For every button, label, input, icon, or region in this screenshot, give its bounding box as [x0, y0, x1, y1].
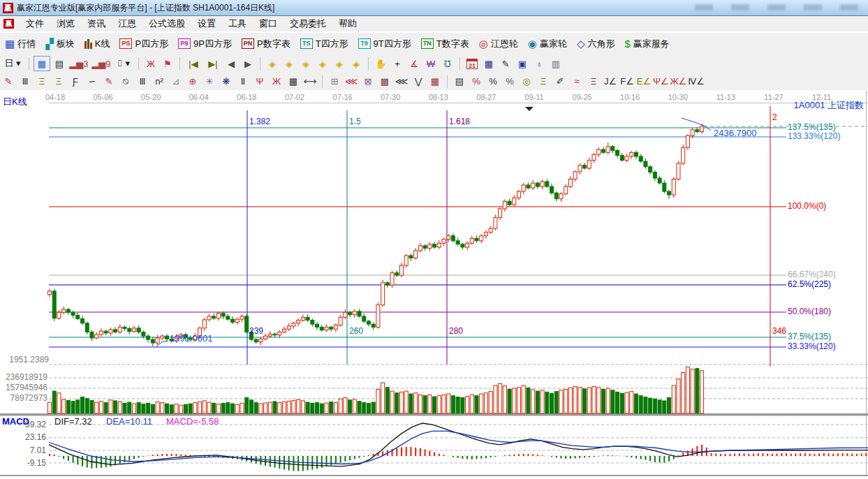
t9-square-button-label: 9T四方形: [374, 38, 411, 50]
menu-item-6[interactable]: 工具: [222, 17, 253, 30]
e-angle-tool[interactable]: E∠: [636, 75, 652, 89]
frame-tool[interactable]: ⊞: [327, 75, 342, 89]
shen-angle-tool[interactable]: Ψ∠: [653, 75, 669, 89]
kline-button[interactable]: K线: [84, 38, 110, 50]
percent-red-tool[interactable]: %: [469, 75, 484, 89]
width-measure-tool[interactable]: ⟷: [302, 75, 318, 89]
candle-style-dropdown[interactable]: ⌷ ▾: [113, 57, 134, 71]
quotes-button[interactable]: ▦行情: [5, 38, 36, 50]
calendar-icon[interactable]: 21: [464, 57, 480, 71]
crosshair-tool-button[interactable]: +: [390, 57, 405, 71]
gold-split2-tool[interactable]: Ξ: [51, 75, 66, 89]
comb-lines-tool[interactable]: Ⅲ: [17, 75, 33, 89]
wave-red-tool[interactable]: ≈: [569, 75, 584, 89]
j-angle-tool[interactable]: J∠: [603, 75, 618, 89]
menu-item-4[interactable]: 公式选股: [142, 17, 191, 30]
menu-item-7[interactable]: 窗口: [253, 17, 284, 30]
menu-item-3[interactable]: 江恩: [112, 17, 142, 30]
winner-service-button[interactable]: $赢家服务: [624, 38, 669, 50]
next-button[interactable]: ▶: [240, 57, 256, 71]
kline-chart-area[interactable]: 日K线 04-1805-0605-2006-0406-1807-0207-160…: [0, 90, 868, 479]
nav-expand-diamond-button[interactable]: ◈: [298, 57, 314, 71]
save-icon[interactable]: ▣: [515, 57, 530, 71]
n-square-tool[interactable]: n²: [152, 75, 167, 89]
flag-icon[interactable]: ⚑: [160, 57, 175, 71]
fan-tool-button[interactable]: ℧: [440, 57, 455, 71]
p-square-button-icon: PS: [119, 38, 132, 49]
winner-wheel-button[interactable]: ◉赢家轮: [528, 38, 567, 50]
fan-lines-tool[interactable]: ⋘: [394, 75, 409, 89]
f-angle-tool[interactable]: F∠: [619, 75, 635, 89]
p9-square-button-label: 9P四方形: [193, 38, 232, 50]
menu-item-2[interactable]: 资讯: [81, 17, 112, 30]
pause-marks-tool[interactable]: Ⅱ: [235, 75, 251, 89]
gold-split-tool[interactable]: Ξ: [34, 75, 50, 89]
nav-left-diamond-button[interactable]: ◈: [265, 57, 280, 71]
p9-square-button[interactable]: P99P四方形: [178, 38, 232, 50]
spider-tool[interactable]: ✳: [202, 75, 217, 89]
chart-canvas[interactable]: [0, 90, 868, 479]
angle-ruler-tool[interactable]: ⊿: [168, 75, 184, 89]
memo-icon[interactable]: ✎: [498, 57, 513, 71]
calculator-icon[interactable]: ▦: [481, 57, 496, 71]
brush-tool[interactable]: ✎: [101, 75, 117, 89]
t-number-button[interactable]: TNT数字表: [421, 38, 469, 50]
gold-circle-tool[interactable]: ◎: [519, 75, 534, 89]
menu-item-9[interactable]: 帮助: [332, 17, 363, 30]
report-view-icon[interactable]: ▤: [52, 57, 67, 71]
ying-angle-tool[interactable]: Ж∠: [670, 75, 687, 89]
period-day-dropdown[interactable]: 日 ▾: [1, 57, 24, 71]
gann-wheel-button-icon: ◎: [479, 38, 488, 49]
menu-item-1[interactable]: 浏览: [50, 17, 81, 30]
gann-wheel-button[interactable]: ◎江恩轮: [479, 38, 518, 50]
angle-tool-button[interactable]: ∡: [406, 57, 422, 71]
gold-lines-tool[interactable]: Ξ: [536, 75, 551, 89]
nav-right-diamond-button[interactable]: ◈: [281, 57, 297, 71]
toolbar-separator: [179, 57, 180, 70]
nav-center-diamond-button[interactable]: ◈: [332, 57, 347, 71]
menu-item-5[interactable]: 设置: [191, 17, 222, 30]
gold-red-tool[interactable]: Ξ: [586, 75, 601, 89]
menu-item-0[interactable]: 文件: [20, 17, 50, 30]
circle-angle-tool[interactable]: ⍉: [118, 75, 133, 89]
four-angle-tool[interactable]: Ⅳ∠: [688, 75, 705, 89]
network-icon[interactable]: ♁: [531, 57, 547, 71]
menu-item-8[interactable]: 交易委托: [284, 17, 332, 30]
p-square-button[interactable]: PSP四方形: [119, 38, 168, 50]
nav-collapse-diamond-button[interactable]: ◈: [315, 57, 330, 71]
p-number-button[interactable]: PNP数字表: [242, 38, 290, 50]
hash-tool[interactable]: Ⅲ: [135, 75, 150, 89]
ink-tool[interactable]: ✐: [552, 75, 568, 89]
box-web-tool[interactable]: ▩: [377, 75, 392, 89]
pencil-tool[interactable]: ✎: [1, 75, 16, 89]
sectors-button[interactable]: ▞板块: [45, 38, 75, 50]
t9-square-button[interactable]: T99T四方形: [358, 38, 411, 50]
nav-all-diamond-button[interactable]: ◈: [348, 57, 364, 71]
computer-icon[interactable]: ▥: [548, 57, 564, 71]
window-layout-icon[interactable]: ▦: [34, 56, 50, 71]
pattern-icon[interactable]: Ж: [143, 57, 159, 71]
bars-9-icon[interactable]: ▂▅9: [91, 57, 112, 71]
skip-first-button[interactable]: |◀: [184, 57, 203, 71]
dense-grid-tool[interactable]: ▦: [427, 75, 443, 89]
t-square-button[interactable]: TST四方形: [300, 38, 348, 50]
wave-arc-tool[interactable]: ∽: [84, 75, 100, 89]
zigzag-tool[interactable]: ⋁: [411, 75, 426, 89]
prev-button[interactable]: ◀: [223, 57, 239, 71]
fan-red-tool[interactable]: ⋘: [344, 75, 359, 89]
target-cross-tool[interactable]: ⊕: [185, 75, 200, 89]
bars-3-icon[interactable]: ▂▅3: [68, 57, 89, 71]
wan-tool-button[interactable]: ₩: [423, 57, 439, 71]
percent-tool[interactable]: %: [485, 75, 501, 89]
skip-last-button[interactable]: ▶|: [204, 57, 222, 71]
ying-tool[interactable]: Ж: [269, 75, 284, 89]
box-fan-tool[interactable]: ⊠: [360, 75, 376, 89]
hand-tool-button[interactable]: ✋: [373, 57, 388, 71]
f-comb-tool[interactable]: Ƒ: [68, 75, 83, 89]
grid-123-tool[interactable]: ▦: [286, 75, 301, 89]
volume-profile-tool[interactable]: ▤: [452, 75, 467, 89]
hexagon-button[interactable]: ◇六角形: [577, 38, 615, 50]
percent-lines-tool[interactable]: %: [502, 75, 517, 89]
shen-tool[interactable]: Ψ: [252, 75, 267, 89]
web-tool[interactable]: ❋: [219, 75, 234, 89]
